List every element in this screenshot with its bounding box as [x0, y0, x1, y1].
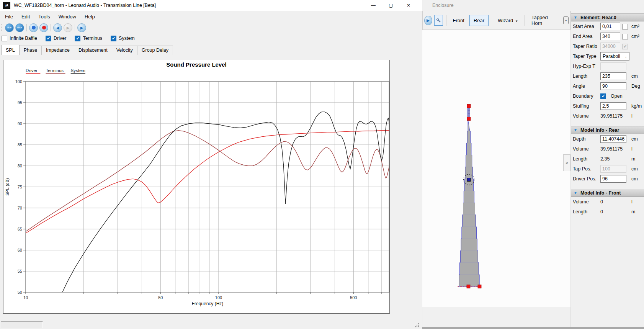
collapse-panel-button[interactable]: > [563, 154, 570, 171]
tab-velocity[interactable]: Velocity [112, 46, 137, 55]
tab-group-delay[interactable]: Group Delay [137, 46, 173, 55]
toolbar-grip[interactable] [1, 24, 3, 31]
start-area-input[interactable] [600, 23, 620, 30]
new-button[interactable]: NEW [5, 23, 14, 32]
settings-wrench-button[interactable] [434, 15, 443, 26]
front-button[interactable]: Front [449, 15, 469, 26]
status-panel [1, 321, 43, 328]
red-marker-button[interactable] [39, 23, 48, 32]
field-unit: cm [631, 136, 638, 142]
boundary-open-checkbox[interactable] [600, 93, 606, 99]
lock-checkbox[interactable] [622, 24, 628, 29]
spl-chart: 105010050050556065707580859095100DriverT… [3, 60, 389, 313]
angle-input[interactable] [600, 82, 626, 90]
checkbox-icon[interactable] [111, 36, 116, 41]
filter-label: Terminus [83, 36, 102, 41]
length-input[interactable] [600, 72, 626, 80]
checkbox-icon[interactable] [2, 36, 7, 41]
resize-grip-icon[interactable] [414, 322, 420, 328]
step-back-button[interactable]: ◀ [53, 23, 62, 32]
spl-chart-panel: 105010050050556065707580859095100DriverT… [3, 60, 390, 314]
y-tick-label: 55 [18, 269, 22, 273]
enclosure-left-pane: ▶ Front Rear Wizard▼ [422, 11, 570, 329]
checkbox-icon[interactable] [46, 36, 51, 41]
menu-window[interactable]: Window [54, 12, 80, 21]
close-button[interactable]: ✕ [400, 0, 417, 11]
field-row-depth: Depth cm [571, 134, 644, 144]
field-row-stuffing: Stuffing kg/m [571, 101, 644, 111]
section-header-element-rear[interactable]: ▼ Element: Rear.0 [571, 13, 644, 21]
wizard-dropdown[interactable]: Wizard▼ [494, 15, 522, 26]
field-unit: m [631, 209, 635, 214]
filter-infinite-baffle[interactable]: Infinite Baffle [2, 36, 37, 41]
toolbar-overflow-button[interactable]: ▼ [563, 16, 569, 24]
triangle-collapse-icon: ▼ [574, 15, 577, 20]
drag-handle[interactable] [467, 105, 471, 108]
section-header-model-info-rear[interactable]: ▼ Model Info - Rear [571, 126, 644, 134]
driver-position-handle[interactable] [467, 178, 471, 182]
play-button[interactable]: ▶ [77, 23, 86, 32]
driver-pos-input[interactable] [600, 175, 626, 183]
field-row-taper-type: Taper Type Paraboli ⌄ [571, 51, 644, 61]
window-controls: — ▢ ✕ [364, 0, 422, 11]
checkbox-icon[interactable] [75, 36, 80, 41]
section-header-model-info-front[interactable]: ▼ Model Info - Front [571, 189, 644, 197]
field-row-angle: Angle Deg [571, 81, 644, 91]
field-row-length-front: Length 0 m [571, 207, 644, 217]
filter-driver[interactable]: Driver [46, 36, 66, 41]
field-unit: cm² [631, 34, 639, 39]
volume-value: 0 [600, 199, 603, 205]
filter-terminus[interactable]: Terminus [75, 36, 102, 41]
field-label: Volume [573, 199, 600, 205]
field-label: Depth [573, 136, 600, 142]
menu-file[interactable]: File [1, 12, 17, 21]
horn-drawing[interactable] [422, 30, 570, 306]
wizard-label: Wizard [498, 18, 513, 23]
tab-phase[interactable]: Phase [19, 46, 42, 55]
toolbar-separator [561, 15, 561, 26]
menu-help[interactable]: Help [80, 12, 99, 21]
step-forward-button: ▶ [64, 23, 72, 32]
filter-system[interactable]: System [111, 36, 135, 41]
toolbar-separator [51, 24, 51, 31]
drag-handle[interactable] [467, 285, 470, 288]
legend-label-system: System [71, 68, 85, 73]
stuffing-input[interactable] [600, 102, 626, 110]
rear-button[interactable]: Rear [469, 15, 489, 26]
minimize-button[interactable]: — [364, 0, 382, 11]
enclosure-window: Enclosure ▶ Front Rear [422, 0, 644, 329]
field-label: Angle [573, 83, 600, 89]
lock-checkbox[interactable] [622, 34, 628, 39]
field-unit: Deg [631, 83, 640, 89]
end-area-input[interactable] [600, 33, 620, 40]
enclosure-canvas[interactable] [422, 30, 570, 308]
field-label: Start Area [573, 24, 600, 29]
x-tick-label: 50 [158, 295, 163, 300]
maximize-button[interactable]: ▢ [382, 0, 400, 11]
y-tick-label: 80 [18, 164, 22, 168]
menu-edit[interactable]: Edit [17, 12, 34, 21]
window-title: WC_WF182BD04_horn - Leonard Audio - Tran… [14, 3, 156, 8]
enclosure-title-bar: Enclosure [422, 0, 644, 11]
properties-sidebar: ▼ Element: Rear.0 Start Area cm² End Are… [570, 11, 644, 329]
taper-type-select[interactable]: Paraboli ⌄ [600, 52, 629, 61]
tab-impedance[interactable]: Impedance [41, 46, 74, 55]
tapped-horn-label[interactable]: Tapped Horn [527, 12, 559, 29]
x-tick-label: 500 [350, 295, 357, 300]
tab-spl[interactable]: SPL [1, 45, 20, 55]
drag-handle[interactable] [467, 117, 471, 121]
filter-label: Driver [54, 36, 66, 41]
y-tick-label: 90 [18, 121, 22, 126]
blue-marker-button[interactable] [29, 23, 38, 32]
curve-system [62, 112, 389, 292]
drag-handle[interactable] [478, 285, 481, 288]
y-tick-label: 85 [18, 142, 22, 147]
field-unit: cm [631, 176, 638, 182]
length-value: 2,35 [600, 156, 610, 162]
open-button[interactable]: OPEN [15, 23, 24, 32]
menu-tools[interactable]: Tools [34, 12, 54, 21]
enclosure-play-button[interactable]: ▶ [424, 16, 432, 25]
tab-strip: SPL Phase Impedance Displacement Velocit… [0, 44, 422, 55]
tab-displacement[interactable]: Displacement [74, 46, 112, 55]
depth-input[interactable] [600, 135, 626, 143]
